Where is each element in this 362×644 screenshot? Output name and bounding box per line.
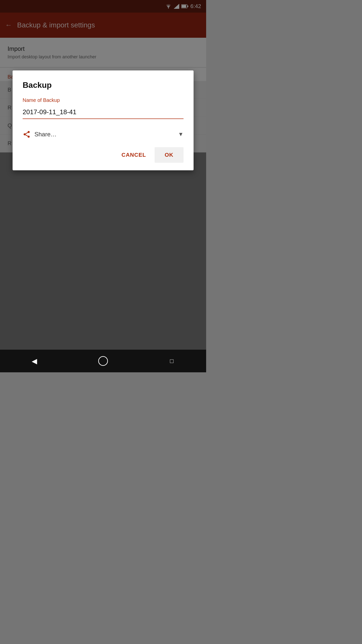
svg-line-9 — [25, 133, 28, 134]
nav-home-button[interactable] — [96, 353, 111, 369]
backup-name-input-wrapper — [23, 106, 184, 119]
backup-dialog: Backup Name of Backup Share… ▼ CANCEL OK — [13, 70, 194, 170]
svg-point-10 — [99, 356, 108, 366]
ok-button[interactable]: OK — [155, 147, 184, 163]
nav-back-button[interactable]: ◀ — [27, 353, 42, 369]
backup-name-input[interactable] — [23, 106, 184, 118]
dialog-buttons: CANCEL OK — [23, 147, 184, 163]
bottom-nav: ◀ □ — [0, 350, 206, 372]
share-label: Share… — [34, 131, 174, 138]
home-circle-icon — [98, 356, 108, 366]
dialog-title: Backup — [23, 80, 184, 90]
svg-line-8 — [25, 135, 28, 136]
dropdown-arrow-icon: ▼ — [178, 131, 184, 138]
overlay: Backup Name of Backup Share… ▼ CANCEL OK — [0, 0, 206, 372]
nav-recent-button[interactable]: □ — [164, 353, 179, 369]
cancel-button[interactable]: CANCEL — [115, 147, 152, 163]
backup-name-label: Name of Backup — [23, 97, 184, 103]
svg-point-5 — [28, 131, 30, 133]
svg-point-7 — [28, 136, 30, 138]
svg-point-6 — [24, 133, 26, 135]
share-row[interactable]: Share… ▼ — [23, 127, 184, 145]
share-icon — [23, 130, 31, 138]
